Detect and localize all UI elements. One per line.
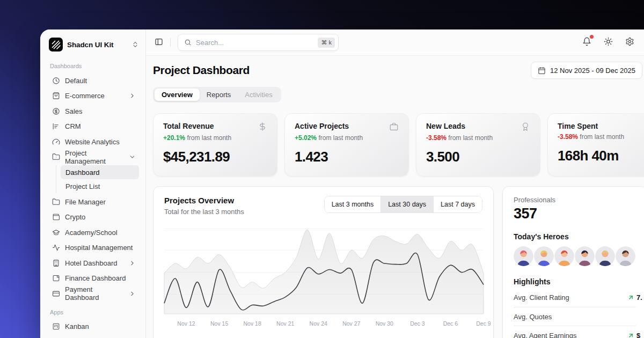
range-button-last-3-months[interactable]: Last 3 months [325,196,381,212]
highlight-row-avg-quotes: Avg. Quotes [514,307,636,326]
date-range-button[interactable]: 12 Nov 2025 - 09 Dec 2025 [531,62,642,79]
main-area: ⌘ k Project Dashboard 12 Nov 2025 - 09 D… [146,30,644,338]
sidebar-item-hotel-dashboard[interactable]: Hotel Dashboard [49,255,139,271]
credit-card-icon [52,290,60,298]
kanban-icon [52,322,60,330]
note-icon [52,274,60,282]
projects-overview-card: Projects Overview Total for the last 3 m… [153,186,494,338]
settings-button[interactable] [625,37,634,48]
sidebar-item-label: Payment Dashboard [65,285,124,302]
x-tick-label: Dec 6 [443,320,458,327]
stat-delta: -3.58% from last month [558,133,644,141]
stat-card-active-projects: Active Projects+5.02% from last month1.4… [284,113,409,177]
tab-activities[interactable]: Activities [238,89,279,101]
hero-avatar[interactable] [534,246,554,266]
calendar-icon [538,67,546,75]
theme-toggle-button[interactable] [604,37,613,48]
sidebar-item-payment-dashboard[interactable]: Payment Dashboard [49,286,139,302]
range-button-last-30-days[interactable]: Last 30 days [380,196,433,212]
search-shortcut-badge: ⌘ k [318,38,335,48]
sidebar-subitem-project-list[interactable]: Project List [61,179,139,193]
professionals-count: 357 [514,205,636,222]
stat-title: Total Revenue [163,122,214,130]
highlight-row-avg-client-rating: Avg. Client Rating7. [514,288,636,307]
tab-overview[interactable]: Overview [155,89,200,101]
sidebar-item-label: E-commerce [65,92,105,100]
activity-icon [52,244,60,252]
highlight-label: Avg. Quotes [514,313,552,321]
workspace-switcher[interactable]: Shadcn UI Kit [49,35,139,54]
notifications-button[interactable] [582,37,591,48]
highlights-title: Highlights [514,277,636,286]
topbar-actions [582,37,634,48]
sidebar-item-notes[interactable]: Notes8 [49,334,139,338]
bell-icon [582,37,591,46]
gear-icon [625,37,634,46]
notification-dot [590,35,594,39]
sidebar-item-crm[interactable]: CRM [49,119,139,135]
sidebar-item-label: File Manager [65,198,106,206]
sidebar-item-default[interactable]: Default [49,73,139,89]
clock-icon [52,77,60,85]
stat-card-total-revenue: Total Revenue+20.1% from last month$45,2… [153,113,277,177]
sidebar-item-academy-school[interactable]: Academy/School [49,225,139,240]
sidebar-item-crypto[interactable]: Crypto [49,210,139,225]
stat-title: Active Projects [295,122,349,130]
sun-icon [604,37,613,48]
highlight-label: Avg. Agent Earnings [514,332,577,338]
hero-avatar[interactable] [595,246,615,266]
page-content: Project Dashboard 12 Nov 2025 - 09 Dec 2… [146,56,644,338]
x-tick-label: Dec 3 [410,320,425,327]
chart-title: Projects Overview [164,196,244,205]
stat-title: Time Spent [558,122,598,130]
hero-avatar[interactable] [554,246,574,266]
sidebar-toggle-button[interactable] [155,38,163,48]
range-button-last-7-days[interactable]: Last 7 days [433,196,482,212]
sidebar-item-hospital-management[interactable]: Hospital Management [49,240,139,256]
stat-value: $45,231.89 [163,149,267,165]
highlight-value: $ [627,332,640,338]
hero-avatar[interactable] [616,246,635,266]
sidebar: Shadcn UI Kit DashboardsDefaultE-commerc… [40,30,146,338]
sidebar-item-label: Sales [65,107,83,115]
sidebar-item-e-commerce[interactable]: E-commerce [49,89,139,104]
highlight-value: 7. [627,293,642,302]
x-tick-label: Nov 30 [376,320,393,327]
chart-subtitle: Total for the last 3 months [164,208,244,216]
sun-icon [604,37,613,46]
professionals-card: Professionals 357 Today's Heroes Highlig… [502,186,644,338]
shopping-bag-icon [52,92,60,100]
award-icon [521,122,530,131]
search-icon [184,39,192,46]
search-box[interactable]: ⌘ k [178,34,339,51]
search-icon [184,39,192,46]
sidebar-item-sales[interactable]: Sales [49,104,139,119]
folder-dot-icon [52,153,60,161]
tab-reports[interactable]: Reports [200,89,238,101]
sidebar-subitem-dashboard[interactable]: Dashboard [61,165,139,179]
highlights-list: Avg. Client Rating7.Avg. QuotesAvg. Agen… [514,288,636,338]
stat-title: New Leads [426,122,465,130]
sidebar-section-label: Apps [50,309,139,315]
sidebar-item-finance-dashboard[interactable]: Finance Dashboard [49,271,139,286]
folder-icon [52,198,60,206]
search-input[interactable] [196,39,313,47]
heroes-avatars [514,246,636,266]
badge-dollar-icon [52,107,60,115]
stat-value: 168h 40m [558,148,644,164]
header-actions: 12 Nov 2025 - 09 Dec 2025 [531,62,644,79]
sidebar-item-kanban[interactable]: Kanban [49,319,139,335]
sidebar-subitem-label: Dashboard [65,168,100,177]
arrow-up-right-icon [627,294,634,301]
sidebar-item-file-manager[interactable]: File Manager [49,194,139,210]
topbar: ⌘ k [146,30,644,56]
stat-card-new-leads: New Leads-3.58% from last month3.500 [416,113,540,177]
sidebar-item-website-analytics[interactable]: Website Analytics [49,134,139,150]
sidebar-item-project-management[interactable]: Project Management [49,150,139,165]
sidebar-item-label: Hotel Dashboard [65,259,118,267]
gear-icon [625,37,634,48]
highlight-label: Avg. Client Rating [514,293,569,302]
stat-delta: -3.58% from last month [426,134,530,142]
hero-avatar[interactable] [514,246,533,266]
hero-avatar[interactable] [575,246,595,266]
